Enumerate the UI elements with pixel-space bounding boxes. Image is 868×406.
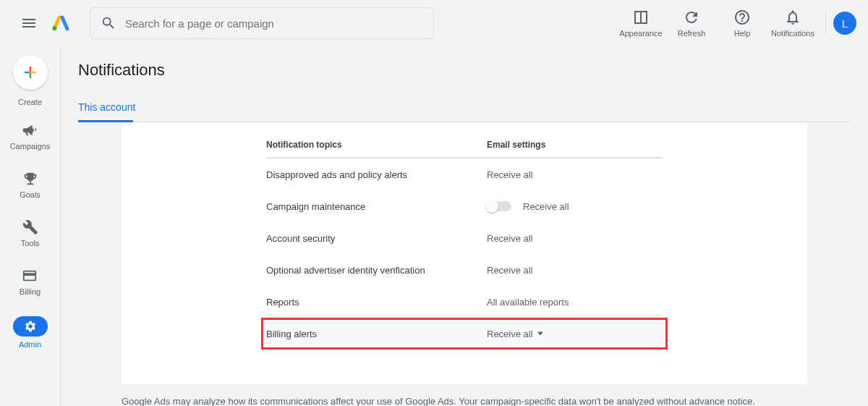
row-topic: Optional advertiser identity verificatio… <box>266 265 487 276</box>
sidebar-billing-label: Billing <box>20 287 41 296</box>
notifications-panel: Notification topics Email settings Disap… <box>122 122 807 384</box>
appearance-icon <box>632 9 650 26</box>
sidebar-campaigns[interactable]: Campaigns <box>10 122 51 151</box>
divider <box>825 12 826 35</box>
gear-icon <box>24 320 37 333</box>
tabs: This account <box>78 94 851 122</box>
svg-point-0 <box>53 26 57 30</box>
megaphone-icon <box>22 122 38 138</box>
search-box[interactable] <box>90 7 434 39</box>
sidebar-admin-label: Admin <box>19 340 41 349</box>
row-topic: Reports <box>266 297 487 308</box>
table-row[interactable]: Optional advertiser identity verificatio… <box>266 254 663 286</box>
create-button[interactable] <box>13 55 48 90</box>
user-avatar[interactable]: L <box>833 12 856 35</box>
help-button[interactable]: Help <box>717 9 767 38</box>
bell-icon <box>784 9 801 26</box>
appearance-label: Appearance <box>619 29 662 38</box>
refresh-icon <box>683 9 700 26</box>
row-topic: Disapproved ads and policy alerts <box>266 169 487 180</box>
sidebar-tools[interactable]: Tools <box>21 219 40 248</box>
notifications-label: Notifications <box>771 29 814 38</box>
sidebar-create[interactable]: Create <box>13 55 48 106</box>
sidebar: Create Campaigns Goals Tools Billing Adm… <box>0 46 61 406</box>
row-setting: Receive all <box>487 233 663 244</box>
sidebar-admin[interactable]: Admin <box>13 316 48 349</box>
page-title: Notifications <box>78 61 851 80</box>
sidebar-create-label: Create <box>18 98 42 106</box>
row-setting: Receive all <box>487 201 663 212</box>
row-topic: Billing alerts <box>266 329 487 339</box>
row-setting-dropdown[interactable]: Receive all <box>487 329 663 339</box>
refresh-button[interactable]: Refresh <box>666 9 717 38</box>
header-settings: Email settings <box>487 140 663 150</box>
table-header: Notification topics Email settings <box>266 134 663 158</box>
sidebar-campaigns-label: Campaigns <box>10 142 51 151</box>
header-topics: Notification topics <box>266 140 487 150</box>
sidebar-goals-label: Goals <box>20 190 41 199</box>
row-topic: Campaign maintenance <box>266 201 487 212</box>
header: Appearance Refresh Help Notifications L <box>0 0 868 46</box>
content-area: Notifications This account Notification … <box>61 46 868 406</box>
card-icon <box>22 268 38 284</box>
sidebar-goals[interactable]: Goals <box>20 171 41 199</box>
search-icon <box>101 15 116 31</box>
row-setting: Receive all <box>487 169 663 180</box>
table-row[interactable]: Disapproved ads and policy alerts Receiv… <box>266 158 663 190</box>
help-label: Help <box>734 29 751 38</box>
trophy-icon <box>22 171 38 187</box>
row-setting: Receive all <box>487 265 663 276</box>
dropdown-arrow-icon <box>537 331 543 337</box>
notifications-button[interactable]: Notifications <box>767 9 818 38</box>
table-row[interactable]: Reports All available reports <box>266 286 663 318</box>
google-ads-logo[interactable] <box>52 14 69 32</box>
appearance-button[interactable]: Appearance <box>616 9 666 38</box>
row-setting: All available reports <box>487 297 663 308</box>
table-row[interactable]: Campaign maintenance Receive all <box>266 190 663 222</box>
table-row-highlighted[interactable]: Billing alerts Receive all <box>261 318 668 350</box>
header-actions: Appearance Refresh Help Notifications L <box>616 9 856 38</box>
tools-icon <box>22 219 38 235</box>
disclaimer-text: Google Ads may analyze how its communica… <box>122 396 807 406</box>
sidebar-billing[interactable]: Billing <box>20 268 41 296</box>
table-row[interactable]: Account security Receive all <box>266 222 663 254</box>
help-icon <box>733 9 751 26</box>
plus-icon <box>22 64 38 80</box>
toggle-switch[interactable] <box>487 201 511 211</box>
sidebar-tools-label: Tools <box>21 239 40 248</box>
refresh-label: Refresh <box>678 29 706 38</box>
search-input[interactable] <box>125 17 423 30</box>
hamburger-menu-icon[interactable] <box>12 6 46 41</box>
tab-this-account[interactable]: This account <box>78 94 148 122</box>
row-topic: Account security <box>266 233 487 244</box>
